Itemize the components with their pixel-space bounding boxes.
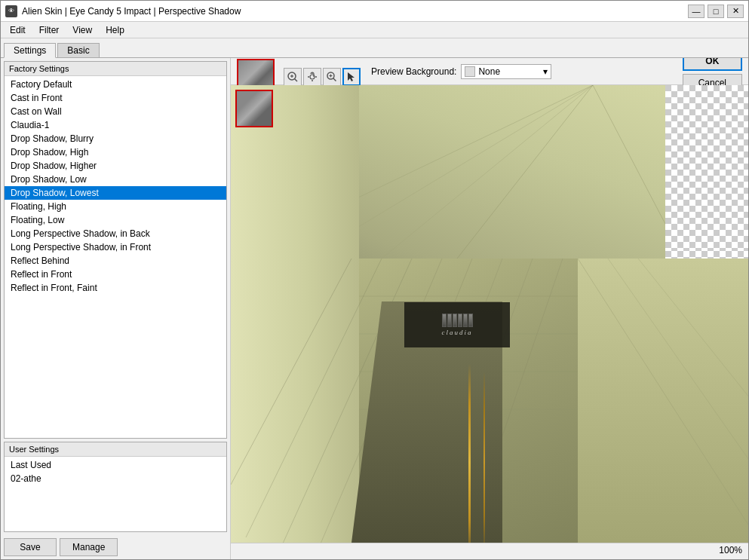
- menu-bar: Edit Filter View Help: [1, 22, 748, 38]
- preset-long-perspective-front[interactable]: Long Perspective Shadow, in Front: [5, 240, 226, 254]
- preview-bg-swatch: [465, 66, 475, 77]
- preset-drop-shadow-blurry[interactable]: Drop Shadow, Blurry: [5, 132, 226, 145]
- svg-line-1: [295, 78, 298, 81]
- title-bar-left: 👁 Alien Skin | Eye Candy 5 Impact | Pers…: [5, 5, 241, 17]
- menu-filter[interactable]: Filter: [33, 23, 66, 37]
- gold-accent-2: [483, 372, 485, 543]
- title-bar: 👁 Alien Skin | Eye Candy 5 Impact | Pers…: [1, 1, 748, 22]
- preview-bg-value: None: [478, 66, 500, 77]
- svg-line-14: [231, 259, 351, 485]
- left-panel: Factory Settings Factory Default Cast in…: [1, 58, 231, 559]
- menu-view[interactable]: View: [66, 23, 98, 37]
- svg-rect-31: [665, 85, 748, 251]
- watermark-image: claudia: [404, 302, 510, 347]
- menu-edit[interactable]: Edit: [4, 23, 32, 37]
- user-setting-last-used[interactable]: Last Used: [5, 458, 226, 472]
- save-button[interactable]: Save: [4, 538, 57, 556]
- preset-floating-low[interactable]: Floating, Low: [5, 213, 226, 227]
- tab-basic[interactable]: Basic: [57, 43, 99, 57]
- pointer-icon[interactable]: [342, 68, 361, 86]
- preset-floating-high[interactable]: Floating, High: [5, 200, 226, 213]
- title-bar-controls: — □ ✕: [688, 5, 744, 18]
- preset-claudia-1[interactable]: Claudia-1: [5, 118, 226, 132]
- close-button[interactable]: ✕: [727, 5, 744, 18]
- pan-icon[interactable]: [303, 68, 321, 86]
- arch-center-panel: [578, 259, 748, 543]
- preset-cast-in-front[interactable]: Cast in Front: [5, 91, 226, 105]
- gold-accent-1: [468, 364, 471, 543]
- app-icon: 👁: [5, 5, 17, 17]
- preset-reflect-in-front[interactable]: Reflect in Front: [5, 268, 226, 281]
- manage-button[interactable]: Manage: [60, 538, 118, 556]
- main-content: Factory Settings Factory Default Cast in…: [1, 58, 748, 559]
- user-setting-02-athe[interactable]: 02-athe: [5, 472, 226, 485]
- preset-drop-shadow-higher[interactable]: Drop Shadow, Higher: [5, 159, 226, 173]
- menu-help[interactable]: Help: [100, 23, 130, 37]
- preset-drop-shadow-low[interactable]: Drop Shadow, Low: [5, 173, 226, 186]
- dropdown-arrow-icon: ▾: [543, 66, 548, 77]
- preview-toolbar: Preview Background: None ▾ OK Cancel: [231, 58, 748, 85]
- preset-reflect-behind[interactable]: Reflect Behind: [5, 254, 226, 268]
- window-title: Alien Skin | Eye Candy 5 Impact | Perspe…: [22, 6, 241, 17]
- tool-icons: [284, 68, 361, 86]
- user-settings-section: User Settings Last Used 02-athe: [4, 442, 227, 532]
- zoom-in-icon[interactable]: [323, 68, 341, 86]
- preset-long-perspective-back[interactable]: Long Perspective Shadow, in Back: [5, 227, 226, 240]
- preset-factory-default[interactable]: Factory Default: [5, 78, 226, 91]
- preset-cast-on-wall[interactable]: Cast on Wall: [5, 105, 226, 118]
- svg-line-6: [333, 78, 336, 81]
- preview-bg-select[interactable]: None ▾: [461, 64, 551, 79]
- preset-drop-shadow-high[interactable]: Drop Shadow, High: [5, 145, 226, 159]
- svg-line-38: [608, 259, 748, 543]
- bottom-buttons: Save Manage: [1, 535, 230, 559]
- preview-bg-label: Preview Background:: [371, 66, 456, 77]
- user-settings-list[interactable]: Last Used 02-athe: [5, 457, 226, 531]
- preset-list[interactable]: Factory Default Cast in Front Cast on Wa…: [5, 76, 226, 438]
- preview-thumbnail: [235, 90, 273, 127]
- preset-list-wrapper: Factory Default Cast in Front Cast on Wa…: [5, 76, 226, 438]
- minimize-button[interactable]: —: [688, 5, 704, 18]
- preset-drop-shadow-lowest[interactable]: Drop Shadow, Lowest: [5, 186, 226, 200]
- factory-settings-header: Factory Settings: [5, 62, 226, 76]
- ok-button[interactable]: OK: [683, 58, 742, 71]
- checker-area-top: [665, 85, 748, 251]
- scene: claudia: [231, 85, 748, 543]
- tab-settings[interactable]: Settings: [4, 43, 56, 58]
- right-panel: Preview Background: None ▾ OK Cancel: [231, 58, 748, 559]
- tabs-bar: Settings Basic: [1, 38, 748, 58]
- svg-line-39: [638, 259, 748, 485]
- factory-settings-section: Factory Settings Factory Default Cast in…: [4, 61, 227, 439]
- status-bar: 100%: [231, 543, 748, 559]
- preset-reflect-in-front-faint[interactable]: Reflect in Front, Faint: [5, 281, 226, 295]
- preview-area: claudia: [231, 85, 748, 543]
- maximize-button[interactable]: □: [708, 5, 724, 18]
- svg-line-37: [578, 259, 748, 543]
- user-settings-header: User Settings: [5, 442, 226, 457]
- zoom-level: 100%: [719, 545, 742, 555]
- zoom-fit-icon[interactable]: [284, 68, 302, 86]
- main-window: 👁 Alien Skin | Eye Candy 5 Impact | Pers…: [0, 0, 749, 560]
